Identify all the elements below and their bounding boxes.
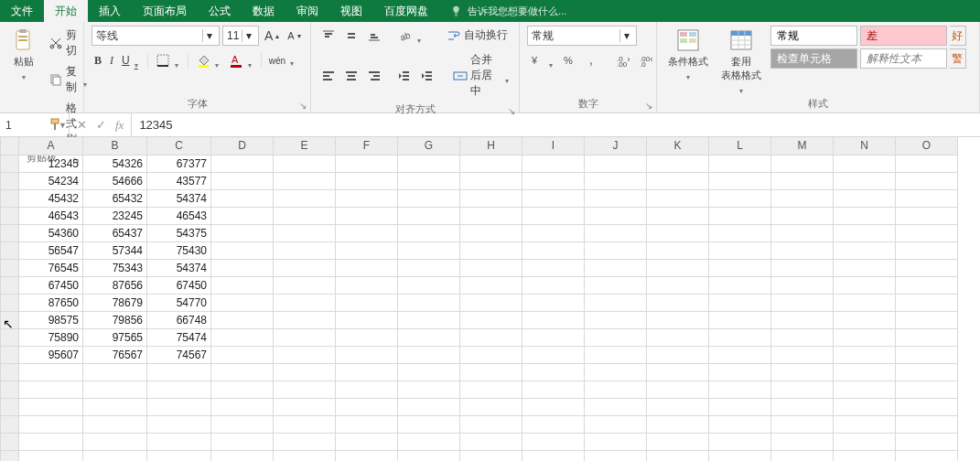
cell[interactable]: 75890: [19, 328, 83, 346]
cell[interactable]: [274, 189, 336, 207]
cell[interactable]: [274, 207, 336, 224]
select-all-corner[interactable]: [1, 137, 19, 155]
cell-style-warning[interactable]: 警: [950, 48, 966, 69]
cell[interactable]: [522, 381, 585, 398]
cell[interactable]: [460, 381, 522, 398]
cell[interactable]: [336, 155, 398, 172]
cell[interactable]: [460, 311, 522, 328]
cell[interactable]: [274, 241, 336, 259]
cell[interactable]: [522, 311, 585, 328]
paste-button[interactable]: 粘贴: [7, 26, 40, 78]
cell[interactable]: 79856: [83, 311, 147, 328]
orientation-button[interactable]: ab: [395, 27, 425, 45]
cell[interactable]: [647, 363, 709, 381]
comma-button[interactable]: ,: [583, 51, 603, 70]
align-left-button[interactable]: [318, 67, 339, 85]
cell[interactable]: [336, 189, 398, 207]
tab-file[interactable]: 文件: [0, 0, 44, 22]
column-header-B[interactable]: B: [83, 137, 147, 155]
cell[interactable]: [336, 294, 398, 311]
cell[interactable]: 54375: [147, 224, 211, 241]
cell[interactable]: [585, 363, 647, 381]
cell[interactable]: [522, 172, 585, 189]
cell[interactable]: [398, 276, 460, 294]
tell-me-search[interactable]: 告诉我您想要做什么...: [448, 0, 566, 22]
cell[interactable]: [771, 241, 834, 259]
font-name-combo[interactable]: 等线▾: [92, 26, 220, 46]
enter-formula-button[interactable]: ✓: [96, 118, 106, 132]
cell[interactable]: [211, 433, 274, 450]
cell[interactable]: [709, 328, 771, 346]
cell[interactable]: [19, 433, 83, 450]
cell[interactable]: [896, 381, 958, 398]
cell[interactable]: [771, 346, 834, 363]
column-header-I[interactable]: I: [522, 137, 585, 155]
increase-decimal-button[interactable]: .0.00: [614, 51, 634, 70]
cell[interactable]: [585, 381, 647, 398]
cell[interactable]: [211, 155, 274, 172]
cell[interactable]: 97565: [83, 328, 147, 346]
cell[interactable]: 56547: [19, 241, 83, 259]
column-header-G[interactable]: G: [398, 137, 460, 155]
cell[interactable]: [460, 207, 522, 224]
cell[interactable]: [336, 224, 398, 241]
cell[interactable]: [709, 155, 771, 172]
row-header[interactable]: [1, 398, 19, 415]
bold-button[interactable]: B: [92, 52, 104, 70]
cell[interactable]: [398, 224, 460, 241]
dialog-launcher-icon[interactable]: ↘: [299, 101, 307, 111]
cell[interactable]: [336, 346, 398, 363]
cell[interactable]: [585, 450, 647, 461]
cell[interactable]: 54326: [83, 155, 147, 172]
cell-style-good[interactable]: 好: [950, 26, 966, 46]
tab-review[interactable]: 审阅: [285, 0, 329, 22]
cell[interactable]: 78679: [83, 294, 147, 311]
align-top-button[interactable]: [318, 27, 339, 45]
cell[interactable]: 65432: [83, 189, 147, 207]
tab-data[interactable]: 数据: [242, 0, 285, 22]
font-size-combo[interactable]: 11▾: [222, 26, 259, 46]
cell[interactable]: [522, 294, 585, 311]
cell[interactable]: [522, 276, 585, 294]
cell[interactable]: [83, 398, 147, 415]
cell[interactable]: [709, 207, 771, 224]
cell[interactable]: [274, 172, 336, 189]
cell[interactable]: [896, 311, 958, 328]
cell-style-check[interactable]: 检查单元格: [770, 48, 857, 69]
cell[interactable]: [647, 224, 709, 241]
phonetic-guide-button[interactable]: wén: [266, 54, 298, 68]
cell[interactable]: [585, 328, 647, 346]
cell[interactable]: [709, 189, 771, 207]
row-header[interactable]: [1, 328, 19, 346]
fill-color-button[interactable]: [193, 51, 223, 70]
cell[interactable]: 46543: [147, 207, 211, 224]
cell[interactable]: [896, 155, 958, 172]
cell[interactable]: [834, 172, 896, 189]
column-header-E[interactable]: E: [274, 137, 336, 155]
cell[interactable]: [336, 433, 398, 450]
row-header[interactable]: [1, 172, 19, 189]
cell[interactable]: [585, 398, 647, 415]
cell[interactable]: [647, 172, 709, 189]
cell[interactable]: [647, 294, 709, 311]
cell[interactable]: [585, 155, 647, 172]
cell-style-explanatory[interactable]: 解释性文本: [860, 48, 947, 69]
cell[interactable]: [834, 363, 896, 381]
cell[interactable]: [336, 398, 398, 415]
align-middle-button[interactable]: [341, 27, 361, 45]
cell[interactable]: [274, 294, 336, 311]
cell[interactable]: 54234: [19, 172, 83, 189]
cut-button[interactable]: 剪切: [46, 26, 90, 60]
cell[interactable]: 76545: [19, 259, 83, 276]
cell[interactable]: [83, 363, 147, 381]
column-header-F[interactable]: F: [336, 137, 398, 155]
row-header[interactable]: [1, 224, 19, 241]
cell[interactable]: [834, 381, 896, 398]
cell[interactable]: [336, 207, 398, 224]
formula-input[interactable]: 12345: [132, 113, 980, 136]
cell[interactable]: [585, 189, 647, 207]
cell[interactable]: 75430: [147, 241, 211, 259]
cell[interactable]: [460, 224, 522, 241]
tab-insert[interactable]: 插入: [88, 0, 132, 22]
cell[interactable]: [274, 311, 336, 328]
